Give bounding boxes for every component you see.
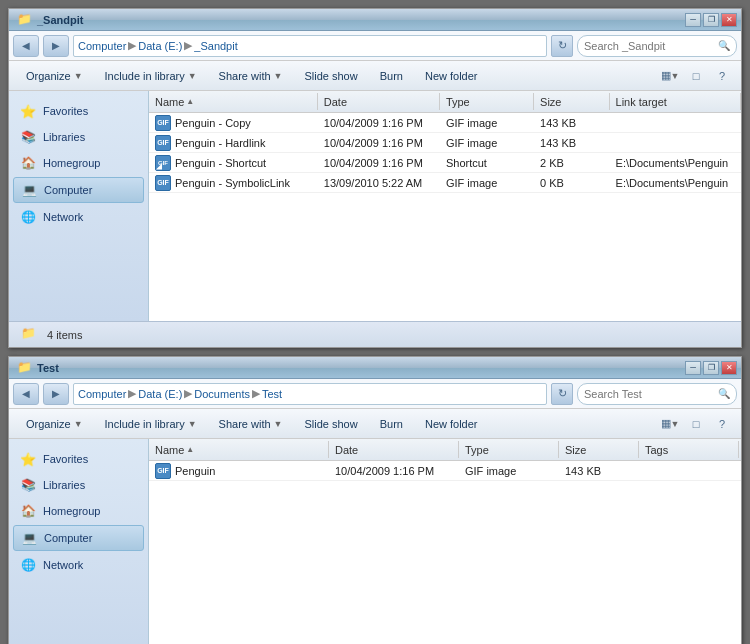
breadcrumb-datae-2[interactable]: Data (E:) (138, 388, 182, 400)
table-row[interactable]: GIF Penguin - Shortcut 10/04/2009 1:16 P… (149, 153, 741, 173)
sidebar-label-homegroup-1: Homegroup (43, 157, 100, 169)
title-bar-buttons-2: ─ ❐ ✕ (685, 361, 737, 375)
file-name: Penguin - Copy (175, 117, 251, 129)
address-bar-2: ◀ ▶ Computer ▶ Data (E:) ▶ Documents ▶ T… (9, 379, 741, 409)
close-button-1[interactable]: ✕ (721, 13, 737, 27)
views-button-2[interactable]: ▦▼ (659, 413, 681, 435)
search-bar-1[interactable]: 🔍 (577, 35, 737, 57)
include-chevron-1: ▼ (188, 71, 197, 81)
breadcrumb-2[interactable]: Computer ▶ Data (E:) ▶ Documents ▶ Test (73, 383, 547, 405)
sidebar-item-network-1[interactable]: Network (13, 205, 144, 229)
sidebar-item-libraries-1[interactable]: Libraries (13, 125, 144, 149)
close-button-2[interactable]: ✕ (721, 361, 737, 375)
col-header-date-2[interactable]: Date (329, 441, 459, 458)
libs-icon-1 (19, 128, 37, 146)
gif-file-icon: GIF (155, 115, 171, 131)
share-chevron-2: ▼ (274, 419, 283, 429)
table-row[interactable]: GIF Penguin 10/04/2009 1:16 PM GIF image… (149, 461, 741, 481)
preview-button-2[interactable]: □ (685, 413, 707, 435)
back-button-2[interactable]: ◀ (13, 383, 39, 405)
file-list-header-2: Name ▲ Date Type Size Tags (149, 439, 741, 461)
include-library-button-1[interactable]: Include in library ▼ (96, 64, 206, 88)
minimize-button-2[interactable]: ─ (685, 361, 701, 375)
col-header-name-1[interactable]: Name ▲ (149, 93, 318, 110)
file-size-cell: 143 KB (559, 461, 639, 480)
breadcrumb-datae-1[interactable]: Data (E:) (138, 40, 182, 52)
status-folder-icon-1: 📁 (21, 326, 39, 344)
search-input-1[interactable] (584, 40, 714, 52)
new-folder-button-1[interactable]: New folder (416, 64, 487, 88)
burn-button-1[interactable]: Burn (371, 64, 412, 88)
slideshow-button-1[interactable]: Slide show (295, 64, 366, 88)
restore-button-1[interactable]: ❐ (703, 13, 719, 27)
forward-button-1[interactable]: ▶ (43, 35, 69, 57)
col-header-date-1[interactable]: Date (318, 93, 440, 110)
file-link-cell: E:\Documents\Penguin (610, 153, 741, 172)
new-folder-button-2[interactable]: New folder (416, 412, 487, 436)
home-icon-2 (19, 502, 37, 520)
sidebar-item-favorites-1[interactable]: Favorites (13, 99, 144, 123)
sidebar-label-homegroup-2: Homegroup (43, 505, 100, 517)
include-library-button-2[interactable]: Include in library ▼ (96, 412, 206, 436)
title-bar-left-1: 📁 _Sandpit (17, 12, 83, 28)
minimize-button-1[interactable]: ─ (685, 13, 701, 27)
file-link-cell (610, 133, 741, 152)
sidebar-item-favorites-2[interactable]: Favorites (13, 447, 144, 471)
file-link-cell: E:\Documents\Penguin (610, 173, 741, 192)
sidebar-item-computer-2[interactable]: Computer (13, 525, 144, 551)
file-list-header-1: Name ▲ Date Type Size Link target (149, 91, 741, 113)
status-text-1: 4 items (47, 329, 82, 341)
preview-button-1[interactable]: □ (685, 65, 707, 87)
breadcrumb-test-2[interactable]: Test (262, 388, 282, 400)
col-header-tags-2[interactable]: Tags (639, 441, 739, 458)
sidebar-item-computer-1[interactable]: Computer (13, 177, 144, 203)
help-button-1[interactable]: ? (711, 65, 733, 87)
forward-button-2[interactable]: ▶ (43, 383, 69, 405)
col-header-size-2[interactable]: Size (559, 441, 639, 458)
col-header-name-2[interactable]: Name ▲ (149, 441, 329, 458)
file-date-cell: 10/04/2009 1:16 PM (318, 153, 440, 172)
organize-button-2[interactable]: Organize ▼ (17, 412, 92, 436)
net-icon-2 (19, 556, 37, 574)
help-button-2[interactable]: ? (711, 413, 733, 435)
breadcrumb-computer-2[interactable]: Computer (78, 388, 126, 400)
sort-arrow-name-1: ▲ (186, 97, 194, 106)
title-bar-2: 📁 Test ─ ❐ ✕ (9, 357, 741, 379)
restore-button-2[interactable]: ❐ (703, 361, 719, 375)
file-date-cell: 10/04/2009 1:16 PM (318, 133, 440, 152)
col-header-link-1[interactable]: Link target (610, 93, 741, 110)
back-button-1[interactable]: ◀ (13, 35, 39, 57)
sidebar-item-network-2[interactable]: Network (13, 553, 144, 577)
organize-button-1[interactable]: Organize ▼ (17, 64, 92, 88)
col-header-type-2[interactable]: Type (459, 441, 559, 458)
table-row[interactable]: GIF Penguin - Copy 10/04/2009 1:16 PM GI… (149, 113, 741, 133)
gif-file-icon: GIF (155, 463, 171, 479)
col-header-size-1[interactable]: Size (534, 93, 610, 110)
search-bar-2[interactable]: 🔍 (577, 383, 737, 405)
breadcrumb-computer-1[interactable]: Computer (78, 40, 126, 52)
breadcrumb-sandpit-1[interactable]: _Sandpit (194, 40, 237, 52)
sidebar-item-libraries-2[interactable]: Libraries (13, 473, 144, 497)
address-bar-1: ◀ ▶ Computer ▶ Data (E:) ▶ _Sandpit ↻ 🔍 (9, 31, 741, 61)
sidebar-label-libraries-2: Libraries (43, 479, 85, 491)
col-header-type-1[interactable]: Type (440, 93, 534, 110)
comp-icon-1 (20, 181, 38, 199)
table-row[interactable]: GIF Penguin - SymbolicLink 13/09/2010 5:… (149, 173, 741, 193)
share-with-button-1[interactable]: Share with ▼ (210, 64, 292, 88)
refresh-button-1[interactable]: ↻ (551, 35, 573, 57)
breadcrumb-documents-2[interactable]: Documents (194, 388, 250, 400)
slideshow-button-2[interactable]: Slide show (295, 412, 366, 436)
refresh-button-2[interactable]: ↻ (551, 383, 573, 405)
search-input-2[interactable] (584, 388, 714, 400)
sidebar-item-homegroup-2[interactable]: Homegroup (13, 499, 144, 523)
sidebar-1: Favorites Libraries Homegroup Computer N… (9, 91, 149, 321)
breadcrumb-1[interactable]: Computer ▶ Data (E:) ▶ _Sandpit (73, 35, 547, 57)
share-with-button-2[interactable]: Share with ▼ (210, 412, 292, 436)
home-icon-1 (19, 154, 37, 172)
toolbar-1: Organize ▼ Include in library ▼ Share wi… (9, 61, 741, 91)
sort-arrow-name-2: ▲ (186, 445, 194, 454)
views-button-1[interactable]: ▦▼ (659, 65, 681, 87)
table-row[interactable]: GIF Penguin - Hardlink 10/04/2009 1:16 P… (149, 133, 741, 153)
burn-button-2[interactable]: Burn (371, 412, 412, 436)
sidebar-item-homegroup-1[interactable]: Homegroup (13, 151, 144, 175)
